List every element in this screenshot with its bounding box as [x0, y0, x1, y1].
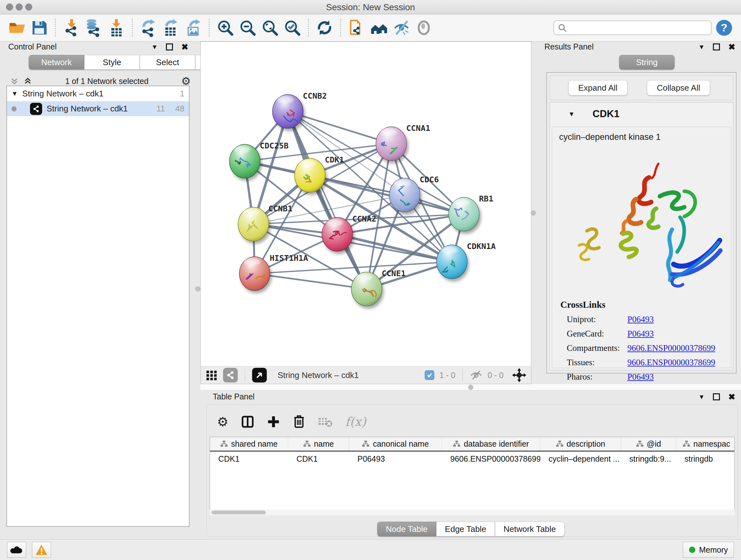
column-header-database-identifier[interactable]: database identifier	[442, 437, 540, 450]
table-cell[interactable]: stringdb:9...	[621, 452, 676, 466]
panel-float-icon[interactable]	[166, 44, 173, 51]
crosslink-link[interactable]: P06493	[627, 372, 654, 382]
grid-view-icon[interactable]	[205, 369, 218, 381]
gear-icon[interactable]: ⚙	[217, 415, 228, 428]
crosslink-link[interactable]: P06493	[627, 314, 654, 324]
panel-close-icon[interactable]: ✖	[728, 393, 735, 401]
panel-close-icon[interactable]: ✖	[181, 43, 188, 51]
network-node-CDKN1A[interactable]: CDKN1A	[436, 242, 495, 279]
table-row: CDK1CDK1P064939606.ENSP00000378699cyclin…	[210, 452, 734, 466]
right-splitter-handle[interactable]	[531, 210, 536, 215]
export-network-button[interactable]	[138, 17, 158, 38]
delete-icon[interactable]	[292, 415, 306, 429]
cloud-button[interactable]	[7, 542, 26, 558]
panel-collapse-icon[interactable]: ▼	[698, 44, 704, 51]
warnings-button[interactable]	[32, 542, 51, 558]
column-header-namespac[interactable]: namespac	[676, 437, 735, 450]
export-table-button[interactable]	[161, 17, 181, 38]
network-node-CCNE1[interactable]: CCNE1	[351, 269, 406, 306]
collapse-all-icon[interactable]	[10, 76, 19, 86]
table-cell[interactable]: P06493	[349, 452, 442, 466]
show-panels-button[interactable]	[414, 17, 434, 38]
panel-close-icon[interactable]: ✖	[728, 43, 735, 51]
crosslink-link[interactable]: 9606.ENSP00000378699	[627, 343, 715, 353]
network-node-CDK1[interactable]: CDK1	[294, 155, 344, 192]
toolbar-divider	[462, 369, 463, 381]
table-cell[interactable]: CDK1	[288, 452, 349, 466]
column-header-shared-name[interactable]: shared name	[210, 437, 288, 450]
collection-expander-icon[interactable]: ▼	[11, 90, 18, 98]
tab-network[interactable]: Network	[29, 55, 84, 70]
network-edge[interactable]	[255, 273, 367, 289]
import-network-database-button[interactable]	[84, 17, 104, 38]
table-cell[interactable]: cyclin–dependent ...	[540, 452, 621, 466]
memory-button[interactable]: Memory	[683, 542, 734, 558]
tab-style[interactable]: Style	[84, 55, 140, 70]
attribute-type-icon	[453, 440, 461, 447]
search-input[interactable]	[569, 23, 707, 33]
hide-panels-button[interactable]	[392, 17, 411, 38]
zoom-out-button[interactable]	[238, 17, 258, 38]
results-panel-tabs: String	[619, 55, 675, 70]
collection-count: 1	[180, 89, 185, 99]
expand-all-icon[interactable]	[23, 76, 32, 86]
control-panel-title: Control Panel	[8, 42, 57, 51]
zoom-selected-button[interactable]	[282, 17, 302, 38]
open-in-new-icon[interactable]	[252, 368, 267, 382]
home-button[interactable]	[369, 17, 389, 38]
collapse-all-button[interactable]: Collapse All	[647, 80, 710, 96]
tab-network-table[interactable]: Network Table	[495, 522, 564, 537]
network-collection-row[interactable]: ▼ String Network – cdk1 1	[7, 86, 189, 101]
crosslink-link[interactable]: 9606.ENSP00000378699	[627, 358, 715, 368]
crosslink-label: Pharos:	[560, 372, 627, 382]
results-button-row: Expand All Collapse All	[549, 75, 733, 100]
panel-float-icon[interactable]	[713, 393, 720, 400]
crosslink-link[interactable]: P06493	[627, 329, 654, 339]
toolbar-separator	[340, 19, 341, 37]
selected-checkbox-icon[interactable]	[425, 370, 434, 380]
scrollbar-thumb[interactable]	[212, 510, 266, 514]
panel-collapse-icon[interactable]: ▼	[151, 44, 158, 51]
save-session-button[interactable]	[29, 17, 49, 38]
column-header--id[interactable]: @id	[621, 437, 676, 450]
expand-all-button[interactable]: Expand All	[568, 80, 627, 96]
table-panel-title: Table Panel	[213, 392, 255, 401]
column-header-description[interactable]: description	[540, 437, 621, 450]
left-splitter-handle[interactable]	[195, 287, 200, 292]
network-row[interactable]: String Network – cdk1 11 48	[7, 101, 189, 116]
cloud-icon	[10, 545, 23, 555]
add-column-icon[interactable]	[267, 415, 280, 428]
tab-edge-table[interactable]: Edge Table	[436, 522, 495, 537]
pan-crosshair-icon[interactable]	[512, 368, 527, 382]
column-header-canonical-name[interactable]: canonical name	[349, 437, 442, 450]
column-header-name[interactable]: name	[288, 437, 349, 450]
import-table-button[interactable]	[106, 17, 126, 38]
open-session-button[interactable]	[7, 17, 27, 38]
table-cell[interactable]: stringdb	[676, 452, 735, 466]
tab-node-table[interactable]: Node Table	[377, 522, 436, 537]
bottom-splitter-handle[interactable]	[468, 385, 473, 390]
panel-float-icon[interactable]	[713, 44, 720, 51]
network-from-file-button[interactable]	[347, 17, 367, 38]
zoom-in-button[interactable]	[215, 17, 235, 38]
table-cell[interactable]: 9606.ENSP00000378699	[442, 452, 540, 466]
table-cell[interactable]: CDK1	[210, 452, 288, 466]
table-horizontal-scrollbar[interactable]	[210, 509, 735, 515]
tab-string[interactable]: String	[619, 55, 675, 70]
network-canvas[interactable]: CCNB2CCNA1CDC25BCDK1CDC6RB1CCNB1CCNA2CDK…	[201, 42, 531, 366]
refresh-button[interactable]	[315, 17, 334, 38]
panel-collapse-icon[interactable]: ▼	[698, 393, 704, 401]
network-node-RB1[interactable]: RB1	[449, 194, 493, 231]
export-image-button[interactable]	[183, 17, 203, 38]
columns-icon[interactable]	[241, 415, 255, 429]
node-entry-header[interactable]: ▼ CDK1	[550, 103, 733, 125]
help-button[interactable]: ?	[714, 17, 734, 38]
zoom-fit-button[interactable]	[260, 17, 280, 38]
node-label: CDC25B	[260, 141, 288, 150]
hidden-node-edge-counts: 0 - 0	[488, 371, 503, 380]
network-edge[interactable]	[288, 111, 391, 144]
entry-expander-icon[interactable]: ▼	[568, 111, 575, 118]
tab-select[interactable]: Select	[140, 55, 195, 70]
import-network-file-button[interactable]	[62, 17, 81, 38]
share-view-icon[interactable]	[223, 368, 238, 382]
